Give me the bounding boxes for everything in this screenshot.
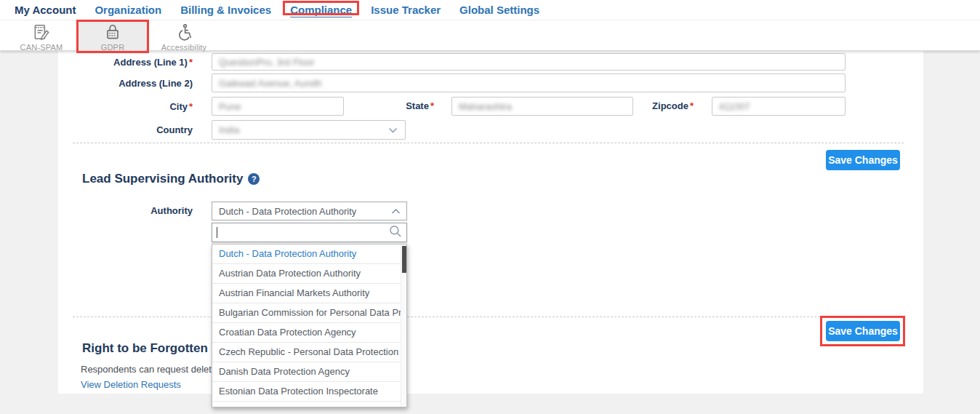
nav-item-billing-invoices[interactable]: Billing & Invoices [180, 4, 271, 16]
authority-search-input[interactable] [219, 226, 389, 240]
authority-search-box [212, 223, 407, 242]
address-line2-label: Address (Line 2) [58, 78, 202, 89]
country-value: India [219, 124, 239, 135]
city-state-zip-row: City* Pune State* Maharashtra Zipcode* 4… [58, 97, 923, 116]
authority-option[interactable]: Bulgarian Commission for Personal Data P… [212, 303, 401, 323]
save-changes-button-address[interactable]: Save Changes [826, 150, 900, 170]
required-asterisk: * [189, 57, 193, 68]
state-value: Maharashtra [459, 101, 512, 112]
compliance-subnav: CAN-SPAM GDPR Access [0, 20, 980, 50]
subtab-gdpr[interactable]: GDPR [77, 20, 148, 50]
dropdown-scrollbar[interactable] [401, 244, 406, 407]
subtab-gdpr-label: GDPR [101, 43, 125, 52]
authority-option[interactable]: Austrian Data Protection Authority [212, 264, 401, 284]
address-line2-value: Gaikwad Avenue, Aundh [219, 78, 321, 89]
question-mark-icon[interactable]: ? [248, 173, 260, 185]
chevron-up-icon [391, 204, 401, 218]
chevron-down-icon [388, 124, 398, 137]
nav-item-my-account[interactable]: My Account [15, 4, 76, 16]
section-divider [73, 143, 904, 143]
nav-item-global-settings[interactable]: Global Settings [459, 4, 539, 16]
search-icon [389, 225, 402, 241]
authority-option[interactable]: Danish Data Protection Agency [212, 362, 401, 382]
primary-nav: My Account Organization Billing & Invoic… [0, 0, 980, 20]
right-to-be-forgotten-title: Right to be Forgotten ? [82, 341, 225, 356]
authority-dropdown-header[interactable]: Dutch - Data Protection Authority [212, 202, 407, 220]
section-divider [73, 317, 904, 317]
gdpr-settings-panel: Address (Line 1)* QuestionPro, 3rd Floor… [58, 51, 923, 394]
wheelchair-icon [174, 23, 193, 41]
zipcode-value: 411007 [719, 101, 750, 112]
dropdown-scrollbar-thumb[interactable] [402, 246, 406, 273]
nav-item-issue-tracker[interactable]: Issue Tracker [371, 4, 441, 16]
authority-option[interactable]: Finnish Data Protection Authority [212, 402, 401, 407]
subtab-accessibility-label: Accessibility [161, 43, 207, 52]
nav-item-compliance[interactable]: Compliance [290, 4, 352, 16]
address-line1-value: QuestionPro, 3rd Floor [219, 57, 315, 68]
required-asterisk: * [690, 100, 694, 111]
address-line2-field[interactable]: Gaikwad Avenue, Aundh [212, 73, 846, 92]
address-line2-row: Address (Line 2) Gaikwad Avenue, Aundh [58, 73, 923, 92]
city-value: Pune [219, 101, 241, 112]
padlock-icon [103, 23, 122, 41]
text-caret [217, 227, 217, 238]
country-row: Country India [58, 120, 923, 140]
country-label: Country [58, 124, 202, 135]
document-pencil-icon [32, 23, 51, 41]
top-bar: My Account Organization Billing & Invoic… [0, 0, 980, 51]
authority-option[interactable]: Croatian Data Protection Agency [212, 323, 401, 343]
zipcode-label: Zipcode* [611, 97, 703, 116]
save-changes-button-authority[interactable]: Save Changes [826, 321, 900, 341]
required-asterisk: * [430, 100, 434, 111]
lead-supervising-authority-title: Lead Supervising Authority ? [82, 172, 260, 186]
nav-item-compliance-label: Compliance [290, 4, 352, 16]
address-line1-label: Address (Line 1)* [58, 57, 202, 68]
authority-label: Authority [58, 202, 202, 220]
address-line1-row: Address (Line 1)* QuestionPro, 3rd Floor [58, 53, 923, 71]
country-select[interactable]: India [212, 120, 406, 140]
authority-selected-value: Dutch - Data Protection Authority [219, 206, 356, 217]
zipcode-field[interactable]: 411007 [712, 97, 846, 116]
city-field[interactable]: Pune [212, 97, 344, 116]
address-line1-field[interactable]: QuestionPro, 3rd Floor [212, 53, 846, 71]
required-asterisk: * [189, 101, 193, 112]
state-label: State* [349, 97, 443, 116]
authority-option[interactable]: Dutch - Data Protection Authority [212, 244, 401, 264]
city-label: City* [58, 101, 202, 112]
authority-options-panel: Dutch - Data Protection Authority Austri… [212, 244, 407, 407]
subtab-can-spam-label: CAN-SPAM [20, 43, 63, 52]
authority-option[interactable]: Austrian Financial Markets Authority [212, 284, 401, 303]
authority-dropdown: Dutch - Data Protection Authority Dutch … [212, 202, 407, 407]
nav-item-organization[interactable]: Organization [95, 4, 161, 16]
subtab-can-spam[interactable]: CAN-SPAM [6, 20, 77, 50]
authority-option[interactable]: Estonian Data Protection Inspectorate [212, 382, 401, 402]
view-deletion-requests-link[interactable]: View Deletion Requests [81, 379, 181, 390]
save-changes-annotated-wrap: Save Changes [826, 321, 900, 341]
right-to-be-forgotten-description: Respondents can request deletion of [81, 364, 213, 375]
authority-option[interactable]: Czech Republic - Personal Data Protectio… [212, 343, 401, 362]
subtab-accessibility[interactable]: Accessibility [148, 20, 220, 50]
state-field[interactable]: Maharashtra [451, 97, 633, 116]
